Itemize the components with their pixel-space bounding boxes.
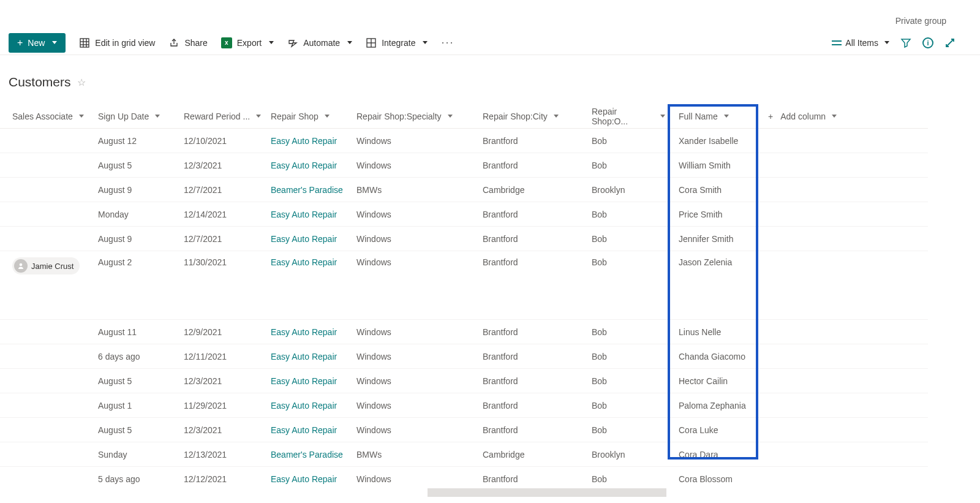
cell-specialty: Windows [356, 352, 483, 361]
share-button[interactable]: Share [168, 37, 207, 48]
export-button[interactable]: x Export [221, 37, 274, 48]
cell-full-name: Cora Dara [665, 450, 757, 460]
person-chip-label: Jamie Crust [31, 262, 74, 271]
cell-repair-shop[interactable]: Easy Auto Repair [271, 327, 356, 337]
cell-specialty: Windows [356, 257, 483, 267]
cell-repair-shop[interactable]: Easy Auto Repair [271, 136, 356, 146]
cell-sign-up-date: August 1 [98, 401, 184, 410]
cell-sign-up-date: August 5 [98, 425, 184, 435]
cell-repair-shop[interactable]: Beamer's Paradise [271, 185, 356, 195]
chevron-down-icon [554, 115, 559, 118]
cell-repair-shop[interactable]: Easy Auto Repair [271, 376, 356, 386]
chevron-down-icon [347, 41, 352, 44]
cell-owner: Brooklyn [592, 450, 665, 460]
table-row[interactable]: August 912/7/2021Easy Auto RepairWindows… [0, 227, 928, 251]
cell-city: Brantford [483, 161, 592, 170]
cell-full-name: Cora Luke [665, 425, 757, 435]
cell-repair-shop[interactable]: Easy Auto Repair [271, 474, 356, 484]
table-row[interactable]: August 912/7/2021Beamer's ParadiseBMWsCa… [0, 178, 928, 202]
table-row[interactable]: August 512/3/2021Easy Auto RepairWindows… [0, 418, 928, 442]
column-header-row: Sales Associate Sign Up Date Reward Peri… [0, 104, 928, 129]
add-column-button[interactable]: +Add column [768, 112, 837, 121]
cell-specialty: Windows [356, 210, 483, 219]
column-repair-shop-city[interactable]: Repair Shop:City [483, 112, 559, 121]
list-icon [832, 39, 842, 47]
column-sign-up-date[interactable]: Sign Up Date [98, 112, 160, 121]
favorite-icon[interactable]: ☆ [77, 77, 86, 88]
cell-reward-period: 12/3/2021 [184, 161, 271, 170]
data-grid: Sales Associate Sign Up Date Reward Peri… [0, 104, 928, 485]
table-row[interactable]: 5 days ago12/12/2021Easy Auto RepairWind… [0, 467, 928, 485]
cell-reward-period: 12/12/2021 [184, 474, 271, 484]
cell-specialty: Windows [356, 401, 483, 410]
cell-sign-up-date: 6 days ago [98, 352, 184, 361]
chevron-down-icon [660, 115, 665, 118]
cell-full-name: Price Smith [665, 210, 757, 219]
info-button[interactable]: i [922, 37, 933, 48]
column-repair-shop-owner[interactable]: Repair Shop:O... [592, 107, 665, 126]
table-row[interactable]: August 1112/9/2021Easy Auto RepairWindow… [0, 320, 928, 344]
column-full-name[interactable]: Full Name [679, 112, 729, 121]
column-reward-period[interactable]: Reward Period ... [184, 112, 261, 121]
cell-repair-shop[interactable]: Easy Auto Repair [271, 352, 356, 361]
rows-container: August 1212/10/2021Easy Auto RepairWindo… [0, 129, 928, 485]
chevron-down-icon [724, 115, 729, 118]
cell-repair-shop[interactable]: Easy Auto Repair [271, 257, 356, 267]
view-selector[interactable]: All Items [832, 38, 889, 48]
cell-repair-shop[interactable]: Easy Auto Repair [271, 210, 356, 219]
cell-city: Brantford [483, 376, 592, 386]
column-sales-associate[interactable]: Sales Associate [12, 112, 84, 121]
cell-full-name: Xander Isabelle [665, 136, 757, 146]
cell-sign-up-date: August 11 [98, 327, 184, 337]
chevron-down-icon [325, 115, 330, 118]
automate-label: Automate [303, 38, 340, 48]
cell-repair-shop[interactable]: Easy Auto Repair [271, 161, 356, 170]
cell-specialty: Windows [356, 136, 483, 146]
cell-owner: Bob [592, 474, 665, 484]
cell-reward-period: 12/11/2021 [184, 352, 271, 361]
table-row[interactable]: August 111/29/2021Easy Auto RepairWindow… [0, 393, 928, 418]
edit-grid-view-button[interactable]: Edit in grid view [79, 37, 155, 48]
automate-button[interactable]: Automate [287, 37, 352, 48]
cell-city: Brantford [483, 401, 592, 410]
cell-sales-associate: Jamie Crust [0, 257, 98, 274]
chevron-down-icon [155, 115, 160, 118]
column-repair-shop[interactable]: Repair Shop [271, 112, 330, 121]
cell-city: Brantford [483, 327, 592, 337]
column-repair-shop-specialty[interactable]: Repair Shop:Specialty [356, 112, 453, 121]
cell-repair-shop[interactable]: Beamer's Paradise [271, 450, 356, 460]
info-icon: i [922, 37, 933, 48]
cell-reward-period: 12/9/2021 [184, 327, 271, 337]
cell-city: Brantford [483, 257, 592, 267]
cell-owner: Bob [592, 136, 665, 146]
cell-city: Brantford [483, 234, 592, 244]
table-row[interactable]: August 512/3/2021Easy Auto RepairWindows… [0, 369, 928, 393]
table-row[interactable]: August 512/3/2021Easy Auto RepairWindows… [0, 153, 928, 178]
cell-full-name: Jennifer Smith [665, 234, 757, 244]
export-label: Export [237, 38, 262, 48]
table-row[interactable]: Sunday12/13/2021Beamer's ParadiseBMWsCam… [0, 442, 928, 467]
grid-icon [79, 37, 90, 48]
integrate-button[interactable]: Integrate [366, 37, 428, 48]
cell-repair-shop[interactable]: Easy Auto Repair [271, 425, 356, 435]
new-button[interactable]: + New [9, 33, 66, 53]
expand-button[interactable] [944, 37, 956, 48]
table-row[interactable]: August 1212/10/2021Easy Auto RepairWindo… [0, 129, 928, 153]
cell-sign-up-date: Sunday [98, 450, 184, 460]
cell-full-name: Cora Blossom [665, 474, 757, 484]
cell-specialty: Windows [356, 327, 483, 337]
excel-icon: x [221, 37, 232, 48]
cell-sign-up-date: August 9 [98, 234, 184, 244]
cell-full-name: Jason Zelenia [665, 257, 757, 267]
cell-repair-shop[interactable]: Easy Auto Repair [271, 401, 356, 410]
cell-sign-up-date: Monday [98, 210, 184, 219]
table-row[interactable]: Monday12/14/2021Easy Auto RepairWindowsB… [0, 202, 928, 227]
cell-repair-shop[interactable]: Easy Auto Repair [271, 234, 356, 244]
person-chip[interactable]: Jamie Crust [12, 257, 80, 274]
table-row[interactable]: Jamie CrustAugust 211/30/2021Easy Auto R… [0, 251, 928, 320]
overflow-button[interactable]: ··· [441, 36, 454, 49]
cell-specialty: Windows [356, 234, 483, 244]
table-row[interactable]: 6 days ago12/11/2021Easy Auto RepairWind… [0, 344, 928, 369]
filter-button[interactable] [900, 37, 911, 48]
horizontal-scrollbar[interactable] [428, 488, 666, 497]
